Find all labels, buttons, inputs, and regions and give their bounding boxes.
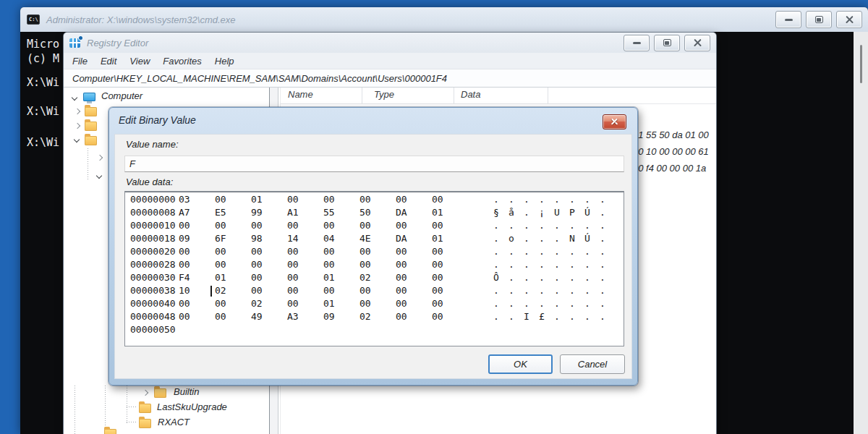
- hex-ascii: .: [524, 246, 529, 257]
- hex-ascii: .: [524, 207, 529, 218]
- regedit-minimize-button[interactable]: [624, 35, 650, 51]
- hex-ascii: ¡: [539, 207, 545, 218]
- hex-ascii: £: [539, 311, 545, 322]
- column-divider[interactable]: [454, 88, 454, 103]
- folder-icon[interactable]: [85, 122, 97, 131]
- cmd-scrollbar-thumb[interactable]: [860, 45, 862, 83]
- column-header-name[interactable]: Name: [288, 89, 313, 100]
- hex-ascii: .: [524, 272, 529, 283]
- regedit-close-button[interactable]: [684, 35, 710, 51]
- column-divider[interactable]: [362, 88, 362, 103]
- hex-byte: 98: [251, 233, 263, 244]
- hex-ascii: .: [509, 298, 514, 309]
- hex-byte: 00: [215, 298, 226, 309]
- hex-byte: 00: [359, 259, 371, 270]
- dialog-close-button[interactable]: [603, 114, 626, 129]
- hex-ascii: .: [493, 298, 499, 309]
- folder-icon[interactable]: [85, 107, 97, 116]
- data-value-fragment[interactable]: a1 55 50 da 01 00: [633, 129, 709, 140]
- hex-byte: 00: [432, 311, 443, 322]
- hex-ascii: .: [569, 220, 575, 231]
- hex-ascii: .: [569, 285, 575, 296]
- hex-byte: 01: [323, 298, 335, 309]
- hex-offset: 00000028: [130, 259, 176, 270]
- tree-expander-icon[interactable]: [75, 123, 80, 129]
- hex-ascii: .: [509, 246, 514, 257]
- menu-favorites[interactable]: Favorites: [163, 56, 201, 67]
- data-value-fragment[interactable]: 00 f4 00 00 00 1a: [633, 163, 706, 174]
- tree-expander-icon[interactable]: [142, 390, 148, 396]
- folder-icon[interactable]: [139, 419, 151, 428]
- cmd-close-button[interactable]: [836, 11, 862, 28]
- folder-icon[interactable]: [154, 388, 166, 398]
- folder-icon[interactable]: [85, 136, 97, 145]
- cmd-titlebar[interactable]: C:\ Administrator: X:\windows\system32\c…: [20, 7, 868, 32]
- hex-ascii: .: [539, 246, 545, 257]
- regedit-address-bar[interactable]: Computer\HKEY_LOCAL_MACHINE\REM_SAM\SAM\…: [64, 69, 716, 88]
- data-value-fragment[interactable]: 00 10 00 00 00 61: [633, 146, 709, 157]
- regedit-maximize-button[interactable]: [654, 35, 680, 51]
- tree-item-computer[interactable]: Computer: [101, 90, 142, 101]
- hex-byte: 14: [287, 233, 299, 244]
- hex-ascii: .: [509, 285, 514, 296]
- value-name-label: Value name:: [126, 139, 179, 150]
- tree-expander-computer[interactable]: [72, 95, 77, 101]
- column-divider[interactable]: [548, 88, 548, 103]
- tree-expander-icon[interactable]: [75, 109, 80, 114]
- hex-ascii: .: [584, 298, 590, 309]
- cancel-button[interactable]: Cancel: [560, 354, 625, 374]
- hex-ascii: .: [493, 233, 499, 244]
- tree-expander-icon[interactable]: [74, 137, 80, 142]
- hex-byte: 00: [359, 298, 371, 309]
- tree-item-builtin[interactable]: Builtin: [174, 386, 199, 397]
- hex-byte: 00: [396, 246, 407, 257]
- cmd-minimize-button[interactable]: [775, 11, 801, 28]
- close-icon: [610, 118, 618, 126]
- cmd-icon: C:\: [27, 14, 40, 25]
- regedit-window-controls: [624, 35, 710, 51]
- cmd-scrollbar[interactable]: [854, 32, 868, 434]
- tree-guide-line: [127, 422, 137, 422]
- hex-ascii: .: [524, 285, 529, 296]
- value-name-text: F: [129, 158, 135, 169]
- minimize-icon: [633, 42, 641, 44]
- hex-ascii: .: [600, 246, 605, 257]
- dialog-body: Value name: F Value data: 00000000030001…: [114, 134, 632, 379]
- tree-expander-icon[interactable]: [97, 155, 103, 161]
- hex-ascii: .: [539, 194, 545, 205]
- menu-edit[interactable]: Edit: [101, 56, 116, 67]
- computer-icon[interactable]: [83, 93, 95, 101]
- tree-item-rxact[interactable]: RXACT: [158, 417, 190, 427]
- hex-ascii: .: [569, 272, 575, 283]
- hex-editor[interactable]: 000000000300010000000000........00000008…: [124, 191, 624, 346]
- hex-byte: 00: [432, 285, 443, 296]
- hex-ascii: .: [493, 246, 499, 257]
- cmd-maximize-button[interactable]: [806, 11, 832, 28]
- hex-byte: 4E: [359, 233, 371, 244]
- hex-byte: 00: [251, 285, 263, 296]
- hex-byte: F4: [179, 272, 190, 283]
- folder-icon[interactable]: [139, 404, 151, 413]
- hex-ascii: .: [524, 194, 529, 205]
- hex-byte: 04: [323, 233, 335, 244]
- value-name-field[interactable]: F: [124, 156, 624, 172]
- hex-offset: 00000018: [130, 233, 176, 244]
- hex-byte: 00: [287, 194, 299, 205]
- menu-view[interactable]: View: [129, 56, 150, 67]
- column-header-type[interactable]: Type: [374, 89, 394, 100]
- menu-help[interactable]: Help: [215, 56, 234, 67]
- tree-expander-icon[interactable]: [96, 173, 102, 179]
- hex-byte: 00: [251, 220, 263, 231]
- regedit-titlebar[interactable]: Registry Editor: [64, 33, 716, 53]
- folder-icon[interactable]: [104, 429, 116, 434]
- column-header-data[interactable]: Data: [461, 89, 480, 100]
- hex-byte: 00: [396, 311, 407, 322]
- hex-ascii: .: [569, 311, 575, 322]
- ok-button[interactable]: OK: [488, 354, 553, 374]
- menu-file[interactable]: File: [72, 56, 88, 67]
- maximize-icon: [663, 39, 671, 46]
- hex-byte: 49: [251, 311, 263, 322]
- hex-ascii: .: [493, 194, 499, 205]
- tree-item-lastskuupgrade[interactable]: LastSkuUpgrade: [157, 401, 227, 412]
- hex-byte: 00: [396, 220, 407, 231]
